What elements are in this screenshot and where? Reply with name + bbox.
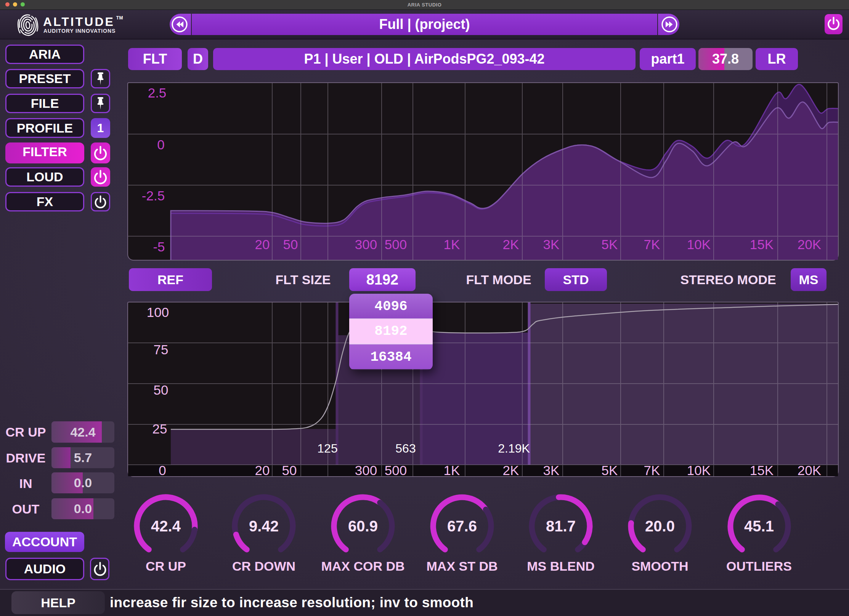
svg-text:1K: 1K — [444, 463, 460, 476]
svg-text:3K: 3K — [543, 463, 560, 476]
svg-text:0: 0 — [159, 463, 166, 476]
svg-text:50: 50 — [283, 237, 298, 252]
svg-text:5K: 5K — [602, 237, 618, 252]
svg-text:1K: 1K — [444, 237, 460, 252]
svg-text:2.5: 2.5 — [148, 85, 167, 100]
svg-text:125: 125 — [317, 442, 337, 455]
svg-text:25: 25 — [152, 421, 167, 436]
svg-text:500: 500 — [385, 237, 407, 252]
svg-text:-5: -5 — [153, 239, 165, 254]
svg-text:300: 300 — [355, 237, 377, 252]
svg-text:500: 500 — [385, 463, 407, 476]
svg-text:-2.5: -2.5 — [142, 188, 165, 203]
svg-text:50: 50 — [154, 382, 169, 397]
svg-text:50: 50 — [282, 463, 297, 476]
svg-text:15K: 15K — [750, 237, 774, 252]
svg-text:7K: 7K — [644, 463, 660, 476]
svg-text:20K: 20K — [798, 463, 821, 476]
svg-text:15K: 15K — [750, 463, 774, 476]
svg-text:7K: 7K — [644, 237, 660, 252]
svg-text:3K: 3K — [543, 237, 560, 252]
svg-text:20: 20 — [255, 237, 270, 252]
svg-text:2.19K: 2.19K — [498, 442, 530, 455]
svg-text:2K: 2K — [503, 463, 519, 476]
svg-text:100: 100 — [147, 305, 169, 320]
svg-text:2K: 2K — [503, 237, 519, 252]
svg-text:0: 0 — [157, 137, 164, 152]
svg-text:20: 20 — [255, 463, 270, 476]
svg-text:563: 563 — [395, 442, 416, 455]
svg-text:20K: 20K — [798, 237, 821, 252]
svg-text:300: 300 — [355, 463, 377, 476]
svg-text:5K: 5K — [602, 463, 618, 476]
svg-text:10K: 10K — [687, 463, 711, 476]
svg-text:10K: 10K — [687, 237, 711, 252]
svg-text:75: 75 — [154, 342, 169, 357]
